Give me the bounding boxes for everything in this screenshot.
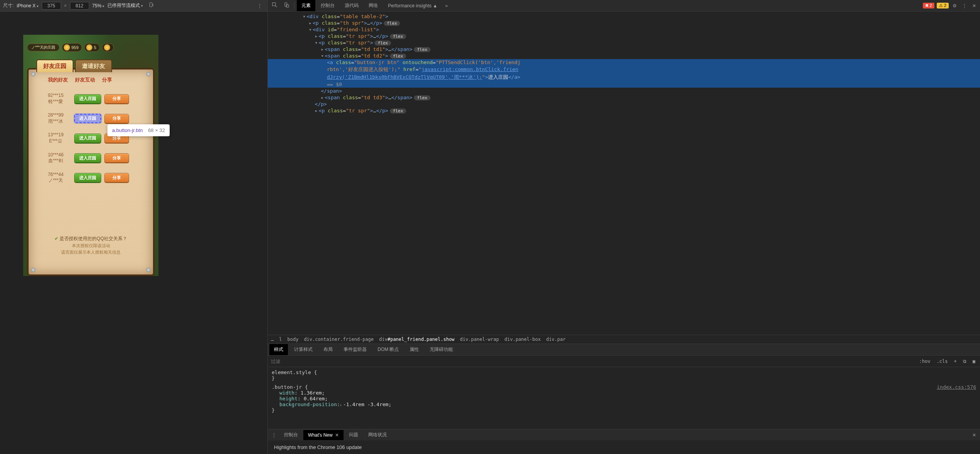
device-select[interactable]: iPhone X xyxy=(17,3,38,8)
crumb-item[interactable]: div.panel-wrap xyxy=(460,337,499,342)
tab-computed[interactable]: 计算样式 xyxy=(289,344,317,355)
dom-node-selected[interactable]: == $0 xyxy=(268,81,980,88)
crumb-item[interactable]: div#panel_friend.panel.show xyxy=(379,337,454,342)
share-button[interactable]: 分享 xyxy=(104,173,129,182)
tab-event-listeners[interactable]: 事件监听器 xyxy=(339,344,371,355)
crumb-item[interactable]: div.container.friend-page xyxy=(304,337,374,342)
flex-pill[interactable]: flex xyxy=(390,108,407,114)
tab-sources[interactable]: 源代码 xyxy=(340,0,363,11)
crumb-item[interactable]: body xyxy=(287,337,298,342)
tooltip-selector: a.button-jr.btn xyxy=(112,127,143,133)
dom-node[interactable]: ▾<p class="tr spr">flex xyxy=(268,39,980,46)
dom-node[interactable]: ▾<span class="td td2">flex xyxy=(268,53,980,59)
dom-node[interactable]: ▸<span class="td td1">…</span>flex xyxy=(268,46,980,53)
tab-console[interactable]: 控制台 xyxy=(316,0,339,11)
dom-node[interactable]: ▸<p class="tr spr">…</p>flex xyxy=(268,33,980,39)
zoom-select[interactable]: 75% xyxy=(92,3,105,8)
drawer-tab-console[interactable]: 控制台 xyxy=(279,429,303,440)
hud-coin-2: 5 xyxy=(84,43,100,52)
dom-node-selected[interactable]: rbtn','好友庄园进入按钮');" href="javascript:com… xyxy=(268,66,980,73)
friend-id: 10***46 xyxy=(40,152,71,158)
flex-pill[interactable]: flex xyxy=(374,41,391,46)
css-property[interactable]: height: 0.64rem; xyxy=(272,396,976,401)
prop-value: 1.36rem; xyxy=(301,390,325,396)
crumb-item[interactable]: div.panel-box xyxy=(504,337,541,342)
enter-farm-button[interactable]: 进入庄园 xyxy=(74,114,101,123)
tab-properties[interactable]: 属性 xyxy=(405,344,424,355)
dom-node[interactable]: </p> xyxy=(268,101,980,107)
crumb-item[interactable]: div.par xyxy=(546,337,566,342)
share-button[interactable]: 分享 xyxy=(104,114,129,123)
warning-badge[interactable]: ⚠ 2 xyxy=(937,3,949,8)
device-width-input[interactable] xyxy=(42,2,61,10)
rule-selector[interactable]: .button-jr { xyxy=(272,384,308,390)
drawer-tab-issues[interactable]: 问题 xyxy=(344,429,363,440)
crumb-more[interactable]: … xyxy=(271,337,274,342)
rule-source[interactable]: index.css:576 xyxy=(937,384,976,390)
more-tabs-icon[interactable]: » xyxy=(443,2,450,10)
tab-friends-farm[interactable]: 好友庄园 xyxy=(36,59,73,72)
dom-tree[interactable]: ▾<div class="table table-2"> ▸<p class="… xyxy=(268,12,980,335)
dom-node[interactable]: ▾<div class="table table-2"> xyxy=(268,13,980,20)
share-button[interactable]: 分享 xyxy=(104,153,129,163)
friend-id: 76***44 xyxy=(40,172,71,178)
tab-layout[interactable]: 布局 xyxy=(319,344,337,355)
settings-icon[interactable]: ⚙ xyxy=(950,2,959,10)
flex-pill[interactable]: flex xyxy=(384,21,400,26)
kebab-icon[interactable]: ⋮ xyxy=(960,2,969,10)
more-icon[interactable]: ⋮ xyxy=(255,2,264,10)
flex-pill[interactable]: flex xyxy=(390,54,407,59)
tab-network[interactable]: 网络 xyxy=(364,0,383,11)
hov-toggle[interactable]: :hov xyxy=(918,359,932,364)
dom-node[interactable]: ▸<span class="td td3">…</span>flex xyxy=(268,94,980,101)
breadcrumb[interactable]: … l body div.container.friend-page div#p… xyxy=(268,335,980,344)
device-mode-icon[interactable] xyxy=(281,0,292,11)
new-rule-icon[interactable]: + xyxy=(953,359,958,364)
close-icon[interactable]: ✕ xyxy=(335,432,339,438)
tab-performance-insights[interactable]: Performance insights ▲ xyxy=(383,1,442,11)
enter-farm-button[interactable]: 进入庄园 xyxy=(74,134,101,143)
computed-toggle-icon[interactable]: ⧉ xyxy=(961,359,968,364)
enter-farm-button[interactable]: 进入庄园 xyxy=(74,94,101,103)
styles-pane[interactable]: element.style { } .button-jr { index.css… xyxy=(268,367,980,429)
throttle-select[interactable]: 已停用节流模式 xyxy=(107,2,143,9)
flex-pill[interactable]: flex xyxy=(414,47,430,52)
tab-styles[interactable]: 样式 xyxy=(269,344,288,355)
drawer-tab-network-conditions[interactable]: 网络状况 xyxy=(364,429,391,440)
flex-pill[interactable]: flex xyxy=(390,34,407,39)
subtab-my-friends[interactable]: 我的好友 xyxy=(48,76,68,83)
auth-line: 本次授权仅限该活动 xyxy=(29,242,153,249)
close-icon[interactable]: ✕ xyxy=(970,431,978,439)
device-height-input[interactable] xyxy=(70,2,89,10)
enter-farm-button[interactable]: 进入庄园 xyxy=(74,153,101,163)
dom-node[interactable]: ▸<p class="th spr">…</p>flex xyxy=(268,20,980,26)
error-badge[interactable]: ✖ 2 xyxy=(923,3,934,8)
css-property[interactable]: background-position:▸-1.4rem -3.4rem; xyxy=(272,401,976,407)
rule-selector[interactable]: element.style { xyxy=(272,369,976,375)
subtab-share[interactable]: 分享 xyxy=(102,76,112,83)
inspect-icon[interactable] xyxy=(269,0,280,11)
dom-node-selected[interactable]: dJrzy('Z1BmdHl1bks0bFhBVExCOTdzTlVqUT09'… xyxy=(268,73,980,81)
crumb-item[interactable]: l xyxy=(279,337,282,342)
cls-toggle[interactable]: .cls xyxy=(935,359,949,364)
sidebar-toggle-icon[interactable]: ▣ xyxy=(971,359,977,364)
tab-elements[interactable]: 元素 xyxy=(297,0,315,11)
close-icon[interactable]: ✕ xyxy=(970,2,978,10)
tab-invite-friends[interactable]: 邀请好友 xyxy=(75,59,112,72)
dom-node[interactable]: ▸<p class="tr spr">…</p>flex xyxy=(268,107,980,114)
drawer-tab-whatsnew[interactable]: What's New✕ xyxy=(303,430,344,440)
tab-accessibility[interactable]: 无障碍功能 xyxy=(425,344,458,355)
drawer-more-icon[interactable]: ⋮ xyxy=(269,431,279,439)
flex-pill[interactable]: flex xyxy=(414,95,430,100)
dom-node[interactable]: ▾<div id="friend-list"> xyxy=(268,26,980,33)
tab-dom-breakpoints[interactable]: DOM 断点 xyxy=(373,344,403,355)
enter-farm-button[interactable]: 进入庄园 xyxy=(74,173,101,182)
share-button[interactable]: 分享 xyxy=(104,94,129,103)
subtab-interact[interactable]: 好友互动 xyxy=(75,76,95,83)
dom-node-selected[interactable]: <a class="button-jr btn" ontouchend="PTT… xyxy=(268,59,980,66)
rotate-icon[interactable] xyxy=(146,0,157,11)
css-property[interactable]: width: 1.36rem; xyxy=(272,390,976,396)
dom-node[interactable]: </span> xyxy=(268,88,980,94)
friend-name: 軽***愛 xyxy=(40,99,71,105)
styles-filter-input[interactable] xyxy=(271,359,915,364)
